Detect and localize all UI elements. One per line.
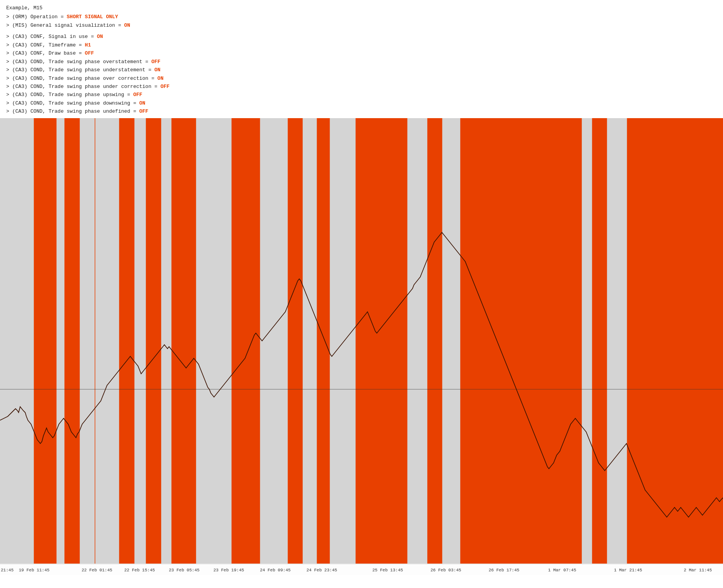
svg-text:25 Feb 13:45: 25 Feb 13:45 <box>372 568 403 573</box>
svg-rect-7 <box>288 118 302 564</box>
svg-rect-8 <box>317 118 330 564</box>
row-ca3-4: > (CA3) COND, Trade swing phase overstat… <box>6 58 717 66</box>
svg-text:22 Feb 01:45: 22 Feb 01:45 <box>81 568 112 573</box>
info-panel: Example, M15 > (ORM) Operation = SHORT S… <box>0 0 723 118</box>
svg-text:22 Feb 15:45: 22 Feb 15:45 <box>124 568 155 573</box>
row-ca3-6: > (CA3) COND, Trade swing phase over cor… <box>6 74 717 83</box>
row-ca3-10: > (CA3) COND, Trade swing phase undefine… <box>6 107 717 115</box>
svg-rect-10 <box>428 118 442 564</box>
svg-rect-12 <box>592 118 607 564</box>
svg-rect-2 <box>65 118 79 564</box>
row-operation: > (ORM) Operation = SHORT SIGNAL ONLY <box>6 13 717 21</box>
svg-text:23 Feb 19:45: 23 Feb 19:45 <box>213 568 244 573</box>
row-operation-label: > (ORM) Operation = <box>6 14 67 20</box>
row-mis: > (MIS) General signal visualization = O… <box>6 21 717 29</box>
svg-text:1 Mar 07:45: 1 Mar 07:45 <box>548 568 576 573</box>
svg-text:1 Mar 21:45: 1 Mar 21:45 <box>614 568 642 573</box>
row-mis-label: > (MIS) General signal visualization = <box>6 22 124 28</box>
svg-text:19 Feb 11:45: 19 Feb 11:45 <box>19 568 49 573</box>
svg-text:24 Feb 09:45: 24 Feb 09:45 <box>260 568 290 573</box>
chart-container: 21:45 19 Feb 11:45 22 Feb 01:45 22 Feb 1… <box>0 118 723 575</box>
svg-rect-11 <box>461 118 582 564</box>
row-ca3-3: > (CA3) CONF, Draw base = OFF <box>6 49 717 57</box>
row-ca3-7: > (CA3) COND, Trade swing phase under co… <box>6 83 717 91</box>
svg-rect-3 <box>119 118 134 564</box>
svg-rect-4 <box>146 118 161 564</box>
svg-text:26 Feb 17:45: 26 Feb 17:45 <box>488 568 519 573</box>
svg-rect-5 <box>172 118 196 564</box>
svg-text:21:45: 21:45 <box>1 568 14 573</box>
svg-rect-6 <box>232 118 260 564</box>
row-ca3-8: > (CA3) COND, Trade swing phase upswing … <box>6 91 717 99</box>
chart-svg: 21:45 19 Feb 11:45 22 Feb 01:45 22 Feb 1… <box>0 118 723 575</box>
svg-text:2 Mar 11:45: 2 Mar 11:45 <box>684 568 712 573</box>
svg-rect-9 <box>356 118 407 564</box>
row-ca3-1: > (CA3) CONF, Signal in use = ON <box>6 33 717 41</box>
svg-text:23 Feb 05:45: 23 Feb 05:45 <box>169 568 199 573</box>
svg-text:26 Feb 03:45: 26 Feb 03:45 <box>430 568 461 573</box>
svg-rect-1 <box>34 118 56 564</box>
svg-text:24 Feb 23:45: 24 Feb 23:45 <box>306 568 337 573</box>
row-mis-value: ON <box>124 22 130 28</box>
row-ca3-2: > (CA3) CONF, Timeframe = H1 <box>6 41 717 49</box>
row-ca3-9: > (CA3) COND, Trade swing phase downswin… <box>6 99 717 107</box>
chart-title: Example, M15 <box>6 4 717 12</box>
row-ca3-5: > (CA3) COND, Trade swing phase understa… <box>6 66 717 74</box>
svg-rect-13 <box>627 118 723 564</box>
row-operation-value: SHORT SIGNAL ONLY <box>67 14 118 20</box>
